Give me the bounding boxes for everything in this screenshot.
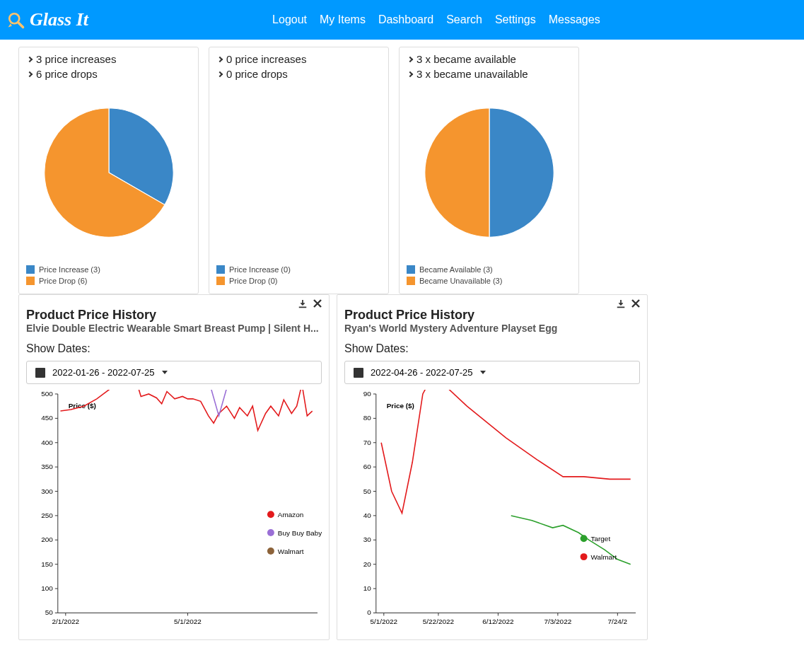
legend-swatch bbox=[407, 265, 415, 274]
svg-text:Price ($): Price ($) bbox=[387, 402, 414, 410]
svg-text:50: 50 bbox=[45, 608, 54, 616]
svg-text:150: 150 bbox=[41, 560, 53, 568]
legend-swatch bbox=[407, 277, 415, 285]
legend-label: Price Drop (0) bbox=[229, 277, 277, 285]
nav-link-dashboard[interactable]: Dashboard bbox=[378, 13, 433, 26]
panel-subtitle: Ryan's World Mystery Adventure Playset E… bbox=[344, 323, 640, 334]
svg-text:5/1/2022: 5/1/2022 bbox=[174, 618, 202, 625]
svg-text:10: 10 bbox=[363, 584, 372, 592]
svg-point-67 bbox=[581, 553, 588, 560]
stat-line[interactable]: 3 price increases bbox=[28, 53, 190, 65]
nav-link-settings[interactable]: Settings bbox=[495, 13, 536, 26]
svg-line-1 bbox=[18, 23, 23, 28]
svg-text:350: 350 bbox=[41, 463, 53, 470]
svg-point-65 bbox=[581, 535, 588, 542]
pie-chart bbox=[209, 86, 388, 262]
svg-text:200: 200 bbox=[41, 535, 53, 543]
date-range-picker[interactable]: 2022-04-26 - 2022-07-25 bbox=[344, 361, 640, 384]
nav-link-messages[interactable]: Messages bbox=[549, 13, 600, 26]
chevron-right-icon bbox=[27, 56, 33, 62]
svg-text:Buy Buy Baby: Buy Buy Baby bbox=[278, 529, 322, 537]
date-range-text: 2022-01-26 - 2022-07-25 bbox=[52, 367, 155, 378]
date-range-picker[interactable]: 2022-01-26 - 2022-07-25 bbox=[26, 361, 322, 384]
nav-link-search[interactable]: Search bbox=[446, 13, 482, 26]
download-icon[interactable] bbox=[616, 299, 626, 311]
svg-text:6/12/2022: 6/12/2022 bbox=[482, 618, 514, 625]
summary-card: 0 price increases0 price dropsPrice Incr… bbox=[209, 47, 389, 294]
svg-text:100: 100 bbox=[41, 584, 53, 592]
stat-text: 3 price increases bbox=[36, 53, 116, 65]
panel-title: Product Price History bbox=[344, 308, 640, 323]
summary-card: 3 price increases6 price dropsPrice Incr… bbox=[18, 47, 199, 294]
caret-down-icon bbox=[162, 371, 168, 374]
price-history-panel: Product Price HistoryRyan's World Myster… bbox=[337, 294, 648, 640]
legend-item[interactable]: Price Increase (3) bbox=[26, 265, 191, 274]
nav-link-logout[interactable]: Logout bbox=[272, 13, 307, 26]
legend-item[interactable]: Became Available (3) bbox=[407, 265, 571, 274]
legend-label: Price Increase (3) bbox=[39, 265, 100, 274]
stat-text: 0 price increases bbox=[226, 53, 306, 65]
panel-title: Product Price History bbox=[26, 308, 322, 323]
svg-text:30: 30 bbox=[363, 535, 372, 543]
svg-text:300: 300 bbox=[41, 487, 53, 495]
close-icon[interactable] bbox=[313, 299, 322, 311]
date-range-text: 2022-04-26 - 2022-07-25 bbox=[371, 367, 473, 378]
svg-text:90: 90 bbox=[363, 390, 372, 398]
svg-point-30 bbox=[267, 529, 274, 536]
svg-text:50: 50 bbox=[363, 487, 372, 495]
brand[interactable]: Glass It bbox=[6, 9, 88, 30]
pie-chart bbox=[400, 86, 578, 262]
legend-item[interactable]: Price Increase (0) bbox=[216, 265, 381, 274]
navbar: Glass It Logout My Items Dashboard Searc… bbox=[0, 0, 804, 40]
stat-line[interactable]: 3 x became unavailable bbox=[408, 68, 570, 80]
stat-line[interactable]: 3 x became available bbox=[408, 53, 570, 65]
summary-cards-row: 3 price increases6 price dropsPrice Incr… bbox=[1, 40, 803, 294]
stat-line[interactable]: 6 price drops bbox=[28, 68, 190, 80]
svg-marker-2 bbox=[8, 23, 12, 27]
legend-swatch bbox=[26, 277, 35, 285]
svg-text:500: 500 bbox=[41, 390, 53, 398]
stat-text: 3 x became available bbox=[416, 53, 516, 65]
svg-text:60: 60 bbox=[363, 463, 372, 470]
svg-text:2/1/2022: 2/1/2022 bbox=[52, 618, 79, 625]
close-icon[interactable] bbox=[631, 299, 640, 311]
svg-text:Walmart: Walmart bbox=[591, 553, 617, 561]
legend-swatch bbox=[216, 265, 225, 274]
brand-icon bbox=[6, 10, 25, 30]
stat-text: 0 price drops bbox=[226, 68, 288, 80]
calendar-icon bbox=[35, 368, 45, 378]
svg-text:20: 20 bbox=[363, 560, 372, 568]
chevron-right-icon bbox=[217, 71, 223, 76]
panel-subtitle: Elvie Double Electric Wearable Smart Bre… bbox=[26, 323, 322, 334]
dates-label: Show Dates: bbox=[26, 342, 322, 355]
stat-line[interactable]: 0 price increases bbox=[218, 53, 380, 65]
svg-text:7/3/2022: 7/3/2022 bbox=[544, 618, 572, 625]
svg-text:Amazon: Amazon bbox=[278, 511, 303, 519]
brand-text: Glass It bbox=[30, 9, 88, 30]
legend-item[interactable]: Price Drop (6) bbox=[26, 277, 191, 285]
line-chart: 0102030405060708090Price ($)5/1/20225/22… bbox=[344, 390, 640, 632]
svg-point-32 bbox=[267, 548, 274, 555]
pie-legend: Price Increase (0)Price Drop (0) bbox=[209, 262, 388, 289]
svg-text:7/24/2: 7/24/2 bbox=[607, 618, 627, 625]
legend-swatch bbox=[216, 277, 225, 285]
download-icon[interactable] bbox=[298, 299, 308, 311]
stat-line[interactable]: 0 price drops bbox=[218, 68, 380, 80]
svg-text:Target: Target bbox=[591, 535, 611, 543]
legend-label: Price Drop (6) bbox=[39, 277, 87, 285]
chevron-right-icon bbox=[217, 56, 223, 62]
legend-swatch bbox=[26, 265, 35, 274]
chevron-right-icon bbox=[27, 71, 33, 76]
stat-text: 6 price drops bbox=[36, 68, 98, 80]
svg-text:5/1/2022: 5/1/2022 bbox=[370, 618, 397, 625]
caret-down-icon bbox=[480, 371, 486, 374]
chevron-right-icon bbox=[407, 71, 413, 76]
legend-item[interactable]: Price Drop (0) bbox=[216, 277, 381, 285]
svg-text:Price ($): Price ($) bbox=[69, 402, 96, 410]
nav-link-my-items[interactable]: My Items bbox=[320, 13, 366, 26]
svg-text:0: 0 bbox=[367, 608, 371, 616]
legend-item[interactable]: Became Unavailable (3) bbox=[407, 277, 571, 285]
legend-label: Became Available (3) bbox=[419, 265, 493, 274]
svg-point-28 bbox=[267, 511, 274, 518]
legend-label: Price Increase (0) bbox=[229, 265, 291, 274]
